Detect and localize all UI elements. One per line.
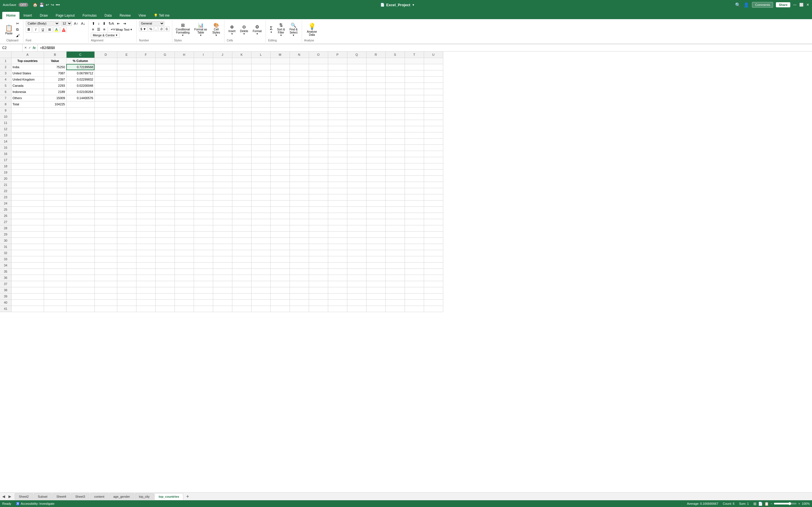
format-as-table-button[interactable]: 📊 Format as Table ▼ — [193, 22, 209, 38]
cell[interactable] — [136, 120, 155, 126]
cell[interactable] — [328, 250, 347, 256]
cell[interactable] — [11, 262, 44, 269]
cell[interactable] — [270, 256, 290, 262]
cell[interactable] — [386, 281, 405, 287]
row-number[interactable]: 9 — [0, 107, 11, 114]
cell[interactable] — [405, 207, 424, 213]
cell[interactable] — [347, 175, 366, 182]
cell[interactable] — [366, 293, 386, 299]
cell[interactable] — [213, 207, 232, 213]
cell[interactable]: Total — [11, 101, 44, 107]
share-button[interactable]: Share — [776, 2, 790, 7]
cell[interactable] — [213, 262, 232, 269]
cell[interactable] — [174, 237, 194, 244]
cell[interactable] — [136, 138, 155, 145]
cell[interactable]: 104225 — [44, 101, 66, 107]
cell[interactable] — [366, 305, 386, 312]
cell[interactable] — [232, 293, 251, 299]
cell[interactable] — [366, 70, 386, 76]
cell[interactable] — [136, 107, 155, 114]
row-number[interactable]: 8 — [0, 101, 11, 107]
cell[interactable] — [44, 299, 66, 305]
cell[interactable] — [405, 194, 424, 200]
cell[interactable] — [194, 157, 213, 163]
cell[interactable] — [66, 244, 94, 250]
number-format-select[interactable]: General — [139, 21, 164, 26]
cell[interactable] — [347, 225, 366, 231]
cell[interactable] — [232, 207, 251, 213]
cell[interactable] — [405, 89, 424, 95]
cell[interactable] — [136, 244, 155, 250]
cell[interactable] — [347, 256, 366, 262]
cell[interactable] — [11, 126, 44, 132]
account-icon[interactable]: 👤 — [744, 2, 749, 8]
cell[interactable] — [174, 82, 194, 89]
col-header-P[interactable]: P — [328, 52, 347, 58]
cell[interactable] — [366, 114, 386, 120]
cell[interactable] — [136, 175, 155, 182]
cell[interactable] — [11, 237, 44, 244]
cell[interactable] — [405, 219, 424, 225]
cell[interactable] — [290, 58, 309, 64]
col-header-J[interactable]: J — [213, 52, 232, 58]
cell[interactable] — [232, 151, 251, 157]
cell[interactable] — [386, 225, 405, 231]
align-right-button[interactable]: ≡ — [102, 27, 107, 32]
cell[interactable] — [328, 231, 347, 237]
cell[interactable] — [232, 64, 251, 70]
cell[interactable] — [424, 126, 443, 132]
cell[interactable] — [11, 194, 44, 200]
cell[interactable] — [347, 169, 366, 175]
cell[interactable] — [386, 256, 405, 262]
cell[interactable] — [155, 219, 174, 225]
cell[interactable] — [94, 237, 117, 244]
cell[interactable]: 75250 — [44, 64, 66, 70]
cell[interactable] — [11, 219, 44, 225]
cell[interactable] — [347, 213, 366, 219]
cell[interactable] — [309, 169, 328, 175]
cell[interactable] — [424, 225, 443, 231]
fill-color-button[interactable]: A — [53, 27, 60, 33]
cell[interactable] — [309, 225, 328, 231]
cell[interactable] — [66, 163, 94, 169]
cell[interactable] — [44, 151, 66, 157]
cell[interactable] — [174, 256, 194, 262]
col-header-Q[interactable]: Q — [347, 52, 366, 58]
cell[interactable] — [117, 182, 136, 188]
cell[interactable] — [366, 163, 386, 169]
cell[interactable] — [213, 76, 232, 82]
cell[interactable] — [136, 82, 155, 89]
cell[interactable] — [11, 114, 44, 120]
cell[interactable] — [347, 163, 366, 169]
cell[interactable] — [117, 120, 136, 126]
cell[interactable] — [347, 200, 366, 207]
cell[interactable] — [11, 269, 44, 275]
col-header-G[interactable]: G — [155, 52, 174, 58]
cell[interactable] — [194, 188, 213, 194]
comments-button[interactable]: Comments — [752, 2, 773, 8]
cell[interactable] — [270, 95, 290, 101]
cell[interactable] — [232, 305, 251, 312]
cell[interactable] — [174, 281, 194, 287]
cell[interactable] — [366, 194, 386, 200]
font-size-select[interactable]: 12 — [61, 21, 72, 26]
cell[interactable] — [290, 305, 309, 312]
cell[interactable] — [347, 107, 366, 114]
cell[interactable] — [94, 293, 117, 299]
cell[interactable] — [424, 281, 443, 287]
merge-center-button[interactable]: Merge & Centre▼ — [91, 33, 120, 38]
cell[interactable] — [66, 138, 94, 145]
cell[interactable]: Indonesia — [11, 89, 44, 95]
cell[interactable] — [174, 305, 194, 312]
row-number[interactable]: 20 — [0, 175, 11, 182]
cell[interactable] — [136, 151, 155, 157]
cell[interactable] — [309, 163, 328, 169]
cell[interactable] — [386, 132, 405, 138]
sheet-nav-prev[interactable]: ◀ — [1, 494, 6, 499]
decrease-decimal-button[interactable]: 0. — [164, 26, 170, 32]
col-header-C[interactable]: C — [66, 52, 94, 58]
cell[interactable] — [405, 107, 424, 114]
cell[interactable] — [155, 70, 174, 76]
cell[interactable] — [309, 89, 328, 95]
cell[interactable] — [117, 126, 136, 132]
